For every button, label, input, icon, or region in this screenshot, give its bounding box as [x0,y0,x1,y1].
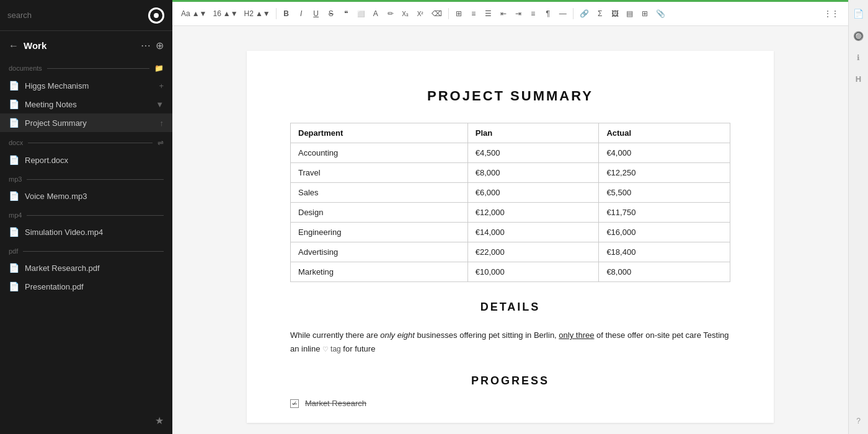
underline-button[interactable]: U [309,6,323,22]
font-family-selector[interactable]: Aa ▲▼ [179,8,209,19]
bold-button[interactable]: B [280,6,293,22]
more-options-button[interactable]: ⋯ [141,40,151,51]
file-icon: 📄 [9,99,19,109]
file-icon: 📄 [9,227,19,237]
section-line [27,179,164,180]
indent-increase-button[interactable]: ⇥ [512,6,525,22]
table-row: Sales€6,000€5,500 [291,183,730,203]
columns-button[interactable]: ⊞ [452,6,466,22]
sidebar-item-voice-memo[interactable]: 📄 Voice Memo.mp3 [0,187,172,205]
table-cell-3-0: Design [291,203,468,223]
table-header-row: Department Plan Actual [291,123,730,143]
sidebar-item-report-docx[interactable]: 📄 Report.docx [0,151,172,169]
sidebar-item-meeting-notes[interactable]: 📄 Meeting Notes ▼ [0,95,172,113]
font-color-button[interactable]: A [369,6,383,22]
font-family-chevron: ▲▼ [192,9,207,18]
table-cell-5-1: €22,000 [467,242,599,262]
table-cell-3-2: €11,750 [599,203,730,223]
file-icon: 📄 [9,263,19,273]
heading-chevron: ▲▼ [255,9,270,18]
item-action-add[interactable]: + [159,81,164,91]
separator-2 [448,8,449,19]
checkbox-done[interactable]: ✓ [290,399,299,408]
help-button[interactable]: ? [854,414,863,428]
table-cell-6-2: €8,000 [599,262,730,282]
item-action-upload[interactable]: ↑ [160,118,164,128]
info-button[interactable]: ℹ [854,51,862,64]
add-item-button[interactable]: ⊕ [156,40,164,51]
mp4-section-header: mp4 [0,208,172,223]
heading-label: H2 [244,9,254,18]
highlight-button[interactable]: ✏ [384,6,397,22]
history-button[interactable]: H [853,72,864,86]
back-button[interactable]: ← [9,40,19,51]
subscript-button[interactable]: X₂ [399,6,412,22]
code-block-button[interactable]: ⬜ [354,6,368,22]
item-action-expand[interactable]: ▼ [156,100,164,109]
unordered-list-button[interactable]: ☰ [482,6,495,22]
details-italic: only eight [380,330,415,340]
details-text-4: for future [341,344,376,353]
file-icon: 📄 [9,81,19,91]
table-cell-6-0: Marketing [291,262,468,282]
heading-selector[interactable]: H2 ▲▼ [242,8,273,19]
font-size-chevron: ▲▼ [223,9,238,18]
image-button[interactable]: 🖼 [608,6,622,22]
sidebar-header [0,0,172,31]
table-row: Engineering€14,000€16,000 [291,223,730,242]
sidebar-item-simulation-video[interactable]: 📄 Simulation Video.mp4 [0,223,172,241]
font-size-label: 16 [213,9,221,18]
docx-section-label: docx [9,139,23,146]
mp4-section-label: mp4 [9,211,22,219]
search-input[interactable] [7,11,148,20]
editor-toolbar: Aa ▲▼ 16 ▲▼ H2 ▲▼ B I U S ❝ ⬜ A ✏ X₂ X² … [172,0,848,26]
view-toggle-button[interactable]: 🔘 [851,29,866,43]
table-row: Travel€8,000€12,250 [291,163,730,183]
table-button[interactable]: ⊞ [638,6,652,22]
clear-format-button[interactable]: ⌫ [428,6,445,22]
superscript-button[interactable]: X² [414,6,427,22]
embed-button[interactable]: ▤ [623,6,637,22]
sidebar-item-higgs-mechanism[interactable]: 📄 Higgs Mechanism + [0,76,172,95]
table-cell-4-2: €16,000 [599,223,730,242]
main-content: Aa ▲▼ 16 ▲▼ H2 ▲▼ B I U S ❝ ⬜ A ✏ X₂ X² … [172,0,848,434]
strikethrough-button[interactable]: S [324,6,338,22]
table-cell-3-1: €12,000 [467,203,599,223]
horizontal-rule-button[interactable]: — [556,6,570,22]
docx-section-header: docx ⇌ [0,135,172,151]
editor-document[interactable]: PROJECT SUMMARY Department Plan Actual A… [247,51,774,423]
item-label: Higgs Mechanism [25,81,153,91]
link-button[interactable]: 🔗 [577,6,592,22]
progress-item-label: Market Research [305,399,366,408]
ordered-list-button[interactable]: ≡ [467,6,480,22]
sidebar-item-market-research[interactable]: 📄 Market Research.pdf [0,259,172,277]
mp3-section-label: mp3 [9,175,22,183]
paragraph-button[interactable]: ¶ [541,6,555,22]
table-row: Design€12,000€11,750 [291,203,730,223]
document-main-title: PROJECT SUMMARY [290,88,730,104]
indent-decrease-button[interactable]: ⇤ [497,6,510,22]
quote-button[interactable]: ❝ [339,6,353,22]
favorites-icon[interactable]: ★ [155,415,164,427]
section-line [23,251,164,252]
pdf-section-header: pdf [0,244,172,259]
table-cell-5-2: €18,400 [599,242,730,262]
formula-button[interactable]: Σ [593,6,607,22]
table-cell-4-1: €14,000 [467,223,599,242]
progress-item-market-research: ✓ Market Research [290,399,730,408]
table-cell-4-0: Engineering [291,223,468,242]
sidebar-item-project-summary[interactable]: 📄 Project Summary ↑ [0,113,172,132]
progress-title: PROGRESS [290,374,730,388]
table-cell-2-0: Sales [291,183,468,203]
font-size-selector[interactable]: 16 ▲▼ [210,8,240,19]
separator-3 [573,8,574,19]
doc-info-button[interactable]: 📄 [851,6,866,21]
align-button[interactable]: ≡ [526,6,540,22]
italic-button[interactable]: I [294,6,308,22]
section-line [47,68,149,69]
table-cell-2-1: €6,000 [467,183,599,203]
more-toolbar-button[interactable]: ⋮⋮ [821,6,842,22]
file-icon: 📄 [9,281,19,291]
sidebar-item-presentation[interactable]: 📄 Presentation.pdf [0,277,172,296]
attachment-button[interactable]: 📎 [653,6,668,22]
